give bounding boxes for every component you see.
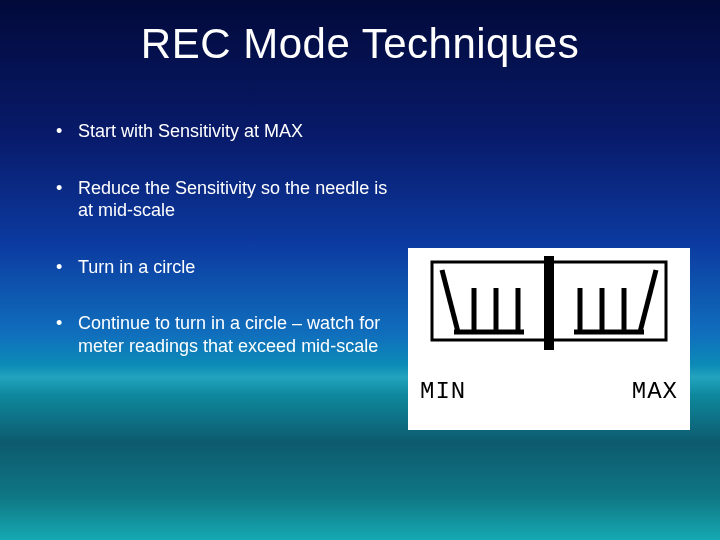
- bullet-list: Start with Sensitivity at MAX Reduce the…: [50, 120, 390, 391]
- list-item: Continue to turn in a circle – watch for…: [50, 312, 390, 357]
- list-item: Start with Sensitivity at MAX: [50, 120, 390, 143]
- meter-labels: MIN MAX: [408, 364, 690, 405]
- bullet-text: Reduce the Sensitivity so the needle is …: [78, 178, 387, 221]
- svg-line-1: [442, 270, 458, 332]
- meter-min-label: MIN: [420, 378, 466, 405]
- meter-gauge-icon: [408, 248, 690, 364]
- slide-title: REC Mode Techniques: [0, 20, 720, 68]
- meter-max-label: MAX: [632, 378, 678, 405]
- bullet-text: Turn in a circle: [78, 257, 195, 277]
- meter-panel: MIN MAX: [408, 248, 690, 430]
- svg-line-9: [640, 270, 656, 332]
- svg-rect-11: [544, 256, 554, 350]
- list-item: Turn in a circle: [50, 256, 390, 279]
- bullet-text: Start with Sensitivity at MAX: [78, 121, 303, 141]
- slide: REC Mode Techniques Start with Sensitivi…: [0, 0, 720, 540]
- bullet-text: Continue to turn in a circle – watch for…: [78, 313, 380, 356]
- list-item: Reduce the Sensitivity so the needle is …: [50, 177, 390, 222]
